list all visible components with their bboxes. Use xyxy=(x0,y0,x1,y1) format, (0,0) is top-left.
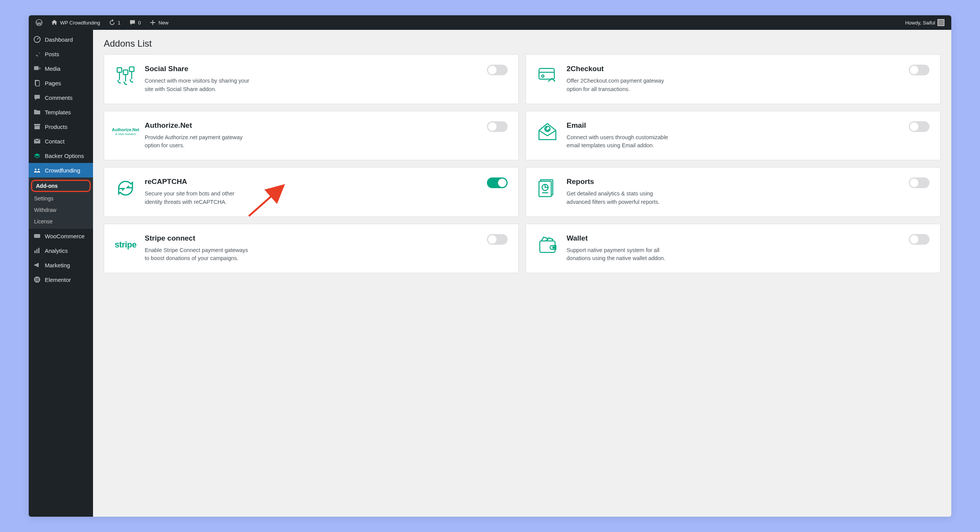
addon-title: Email xyxy=(567,121,929,130)
addon-toggle-wallet[interactable] xyxy=(909,234,929,245)
elementor-icon xyxy=(33,276,41,283)
addon-toggle-stripe[interactable] xyxy=(487,234,508,245)
sidebar-item-label: Analytics xyxy=(45,247,68,254)
stripe-icon: stripe xyxy=(115,234,136,255)
admin-sidebar: Dashboard Posts Media Pages Comments Tem… xyxy=(29,30,93,517)
addon-description: Get detailed analytics & stats using adv… xyxy=(567,190,674,207)
addon-description: Support native payment system for all do… xyxy=(567,246,674,263)
addon-toggle-social-share[interactable] xyxy=(487,65,508,75)
svg-rect-12 xyxy=(36,249,38,253)
svg-point-35 xyxy=(553,247,554,248)
sidebar-item-woocommerce[interactable]: WooCommerce xyxy=(29,229,93,243)
reports-icon xyxy=(537,177,558,199)
svg-rect-4 xyxy=(36,81,39,86)
sidebar-item-comments[interactable]: Comments xyxy=(29,90,93,105)
sidebar-item-elementor[interactable]: Elementor xyxy=(29,272,93,287)
addon-card-stripe: stripe Stripe connect Enable Stripe Conn… xyxy=(104,224,519,273)
2checkout-icon xyxy=(537,65,558,86)
addon-card-recaptcha: reCAPTCHA Secure your site from bots and… xyxy=(104,167,519,217)
sidebar-item-products[interactable]: Products xyxy=(29,119,93,134)
main-content: Addons List Social Share Connect with mo… xyxy=(93,30,951,517)
addon-toggle-recaptcha[interactable] xyxy=(487,177,508,188)
admin-bar: WP Crowdfunding 1 0 New Howdy, Saiful xyxy=(29,15,951,30)
comment-icon xyxy=(33,94,41,101)
svg-rect-19 xyxy=(117,68,122,72)
addon-title: Stripe connect xyxy=(145,234,508,242)
pin-icon xyxy=(33,50,41,58)
sidebar-item-label: Crowdfunding xyxy=(45,167,80,174)
greeting-text: Howdy, Saiful xyxy=(905,20,935,26)
sidebar-item-media[interactable]: Media xyxy=(29,61,93,76)
sidebar-item-posts[interactable]: Posts xyxy=(29,47,93,61)
wp-logo[interactable] xyxy=(32,16,46,29)
updates-count: 1 xyxy=(118,20,121,26)
mail-icon xyxy=(33,137,41,145)
svg-rect-21 xyxy=(129,67,134,72)
addon-description: Connect with users through customizable … xyxy=(567,133,674,150)
sidebar-item-backer-options[interactable]: Backer Options xyxy=(29,148,93,163)
updates-link[interactable]: 1 xyxy=(105,16,124,29)
sidebar-item-marketing[interactable]: Marketing xyxy=(29,258,93,272)
email-icon xyxy=(537,121,558,143)
addon-card-reports: Reports Get detailed analytics & stats u… xyxy=(526,167,941,217)
svg-rect-31 xyxy=(539,181,551,197)
addon-description: Connect with more visitors by sharing yo… xyxy=(145,77,252,94)
sidebar-item-label: Contact xyxy=(45,138,65,145)
addon-toggle-reports[interactable] xyxy=(909,177,929,188)
site-home-link[interactable]: WP Crowdfunding xyxy=(47,16,104,29)
new-link[interactable]: New xyxy=(145,16,172,29)
submenu-item-addons[interactable]: Add-ons xyxy=(31,180,91,192)
comments-link[interactable]: 0 xyxy=(125,16,145,29)
addon-title: Wallet xyxy=(567,234,929,242)
svg-rect-10 xyxy=(34,234,40,238)
comments-count: 0 xyxy=(138,20,141,26)
svg-rect-15 xyxy=(36,278,36,281)
sidebar-item-templates[interactable]: Templates xyxy=(29,105,93,119)
authorize-logo-subtext: A Visa Solution xyxy=(112,132,139,136)
media-icon xyxy=(33,65,41,72)
megaphone-icon xyxy=(33,261,41,269)
sidebar-item-analytics[interactable]: Analytics xyxy=(29,243,93,258)
addon-card-authorize: Authorize.Net A Visa Solution Authorize.… xyxy=(104,111,519,161)
sidebar-item-dashboard[interactable]: Dashboard xyxy=(29,32,93,47)
recaptcha-icon xyxy=(115,177,136,199)
addon-toggle-2checkout[interactable] xyxy=(909,65,929,75)
svg-rect-17 xyxy=(37,279,39,280)
addon-toggle-email[interactable] xyxy=(909,121,929,132)
svg-rect-2 xyxy=(34,66,39,70)
sidebar-item-crowdfunding[interactable]: Crowdfunding xyxy=(29,163,93,177)
svg-rect-13 xyxy=(38,248,39,253)
svg-rect-25 xyxy=(539,68,554,79)
dashboard-icon xyxy=(33,36,41,43)
woocommerce-icon xyxy=(33,232,41,240)
addon-title: Reports xyxy=(567,177,929,186)
sidebar-item-label: Templates xyxy=(45,109,71,116)
home-icon xyxy=(51,19,58,26)
addon-card-2checkout: 2Checkout Offer 2Checkout.com payment ga… xyxy=(526,54,941,104)
addon-title: 2Checkout xyxy=(567,65,929,73)
avatar xyxy=(938,19,944,26)
wallet-icon xyxy=(537,234,558,255)
addon-toggle-authorize[interactable] xyxy=(487,121,508,132)
refresh-icon xyxy=(109,19,116,26)
svg-rect-18 xyxy=(37,280,39,281)
svg-rect-16 xyxy=(37,278,39,279)
sidebar-item-pages[interactable]: Pages xyxy=(29,76,93,90)
wordpress-icon xyxy=(36,19,42,26)
authorize-icon: Authorize.Net A Visa Solution xyxy=(115,121,136,143)
crowdfunding-icon xyxy=(33,166,41,174)
new-label: New xyxy=(158,20,168,26)
sidebar-item-contact[interactable]: Contact xyxy=(29,134,93,148)
submenu-item-license[interactable]: License xyxy=(29,216,93,227)
svg-rect-5 xyxy=(34,124,40,125)
my-account[interactable]: Howdy, Saiful xyxy=(901,16,948,29)
submenu-item-withdraw[interactable]: Withdraw xyxy=(29,204,93,216)
social-share-icon xyxy=(115,65,136,86)
addon-description: Provide Authorize.net payment gateway op… xyxy=(145,133,252,150)
svg-point-8 xyxy=(35,169,36,170)
sidebar-item-label: Elementor xyxy=(45,277,71,283)
backer-icon xyxy=(33,152,41,159)
sidebar-item-label: WooCommerce xyxy=(45,233,85,239)
folder-icon xyxy=(33,108,41,116)
submenu-item-settings[interactable]: Settings xyxy=(29,193,93,204)
